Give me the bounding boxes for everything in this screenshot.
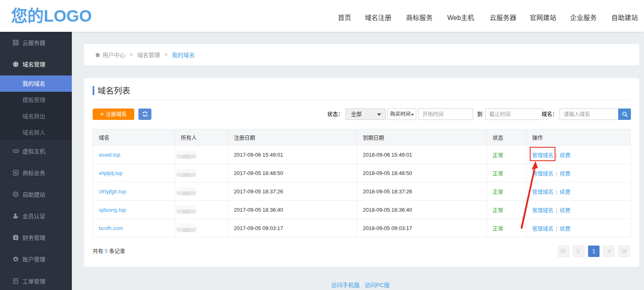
svg-text:¥: ¥ [15, 236, 17, 240]
svg-text:R: R [14, 170, 17, 175]
